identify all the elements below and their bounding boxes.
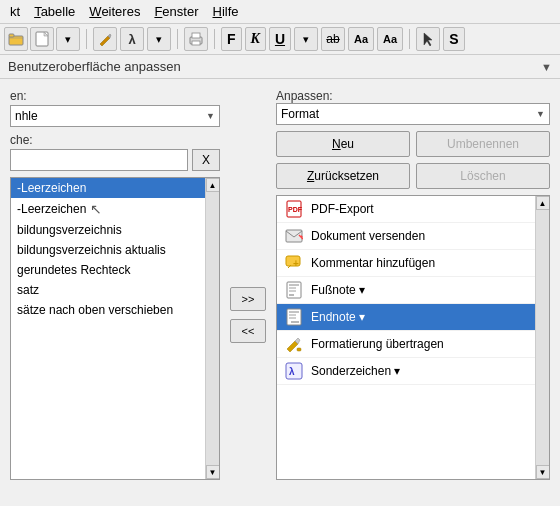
dialog-title: Benutzeroberfläche anpassen [8,59,181,74]
footnote-icon [285,281,303,299]
search-label: che: [10,133,220,147]
cursor-button[interactable] [416,27,440,51]
special-char-icon: λ [285,362,303,380]
open-folder-button[interactable] [4,27,28,51]
bold-button[interactable]: F [221,27,242,51]
s-button[interactable]: S [443,27,464,51]
underline-button[interactable]: U [269,27,291,51]
new-doc-button[interactable] [30,27,54,51]
separator-4 [409,29,410,49]
svg-rect-1 [9,34,14,37]
command-source-list: -Leerzeichen -Leerzeichen ↖ bildungsverz… [10,177,220,480]
transfer-buttons: >> << [230,89,266,480]
list-item[interactable]: -Leerzeichen [11,178,205,198]
comment-add-icon: + [285,254,303,272]
doc-send-label: Dokument versenden [311,229,527,243]
neu-button[interactable]: Neu [276,131,410,157]
endnote-icon [285,308,303,326]
menu-bar: kt Tabelle Weiteres Fenster Hilfe [0,0,560,24]
svg-rect-13 [297,348,301,351]
menu-fenster[interactable]: Fenster [148,2,204,21]
z-underline: Z [307,169,314,183]
toolbar: ▾ λ ▾ F K U ▾ ab Aa Aa S [0,24,560,55]
list-item[interactable]: sätze nach oben verschieben [11,300,205,320]
header-bar: Benutzeroberfläche anpassen ▼ [0,55,560,79]
menu-tabelle[interactable]: Tabelle [28,2,81,21]
svg-rect-5 [192,41,200,45]
right-panel: Anpassen: Format ▼ Neu Umbenennen Zurück… [276,89,550,480]
category-combo[interactable]: nhle ▼ [10,105,220,127]
italic-button[interactable]: K [245,27,266,51]
lambda-button[interactable]: λ [120,27,144,51]
button-row-1: Neu Umbenennen [276,131,550,157]
list-item[interactable]: satz [11,280,205,300]
list-item[interactable]: -Leerzeichen ↖ [11,198,205,220]
command-list-scrollbar[interactable]: ▲ ▼ [535,196,549,479]
cmd-endnote[interactable]: Endnote ▾ [277,304,535,331]
cmd-format-transfer[interactable]: Formatierung übertragen [277,331,535,358]
format-transfer-label: Formatierung übertragen [311,337,527,351]
menu-weiteres[interactable]: Weiteres [83,2,146,21]
cmd-footnote[interactable]: Fußnote ▾ [277,277,535,304]
clear-search-button[interactable]: X [192,149,220,171]
svg-text:PDF: PDF [288,206,302,213]
font-size-button[interactable]: Aa [348,27,374,51]
svg-rect-4 [192,33,200,38]
lambda-dropdown-button[interactable]: ▾ [147,27,171,51]
dropdown-arrow-button[interactable]: ▾ [56,27,80,51]
format-value: Format [281,107,319,121]
category-combo-arrow: ▼ [206,111,215,121]
format-combo[interactable]: Format ▼ [276,103,550,125]
search-section: che: X [10,133,220,171]
envelope-icon [285,227,303,245]
toolbar-file-group: ▾ [4,27,80,51]
cmd-scroll-up[interactable]: ▲ [536,196,550,210]
loeschen-button[interactable]: Löschen [416,163,550,189]
scroll-up-button[interactable]: ▲ [206,178,220,192]
cmd-doc-send[interactable]: Dokument versenden [277,223,535,250]
remove-from-toolbar-button[interactable]: << [230,319,266,343]
paint-brush-button[interactable] [93,27,117,51]
svg-text:λ: λ [289,366,295,377]
pdf-export-label: PDF-Export [311,202,527,216]
pdf-icon: PDF [285,200,303,218]
list-scrollbar[interactable]: ▲ ▼ [205,178,219,479]
format-combo-arrow: ▼ [536,109,545,119]
list-item[interactable]: gerundetes Rechteck [11,260,205,280]
command-list-inner: PDF PDF-Export Dokument versenden + [277,196,535,479]
anpassen-section: Anpassen: Format ▼ [276,89,550,125]
special-char-label: Sonderzeichen ▾ [311,364,527,378]
cmd-pdf-export[interactable]: PDF PDF-Export [277,196,535,223]
format-paint-icon [285,335,303,353]
separator-1 [86,29,87,49]
search-input[interactable] [10,149,188,171]
list-item[interactable]: bildungsverzeichnis aktualis [11,240,205,260]
menu-hilfe[interactable]: Hilfe [207,2,245,21]
add-to-toolbar-button[interactable]: >> [230,287,266,311]
category-section: en: nhle ▼ [10,89,220,127]
cmd-scroll-down[interactable]: ▼ [536,465,550,479]
footnote-label: Fußnote ▾ [311,283,527,297]
menu-kt[interactable]: kt [4,2,26,21]
umbenennen-button[interactable]: Umbenennen [416,131,550,157]
svg-rect-11 [287,282,301,298]
header-dropdown-icon[interactable]: ▼ [541,61,552,73]
list-item[interactable]: bildungsverzeichnis [11,220,205,240]
strikethrough-button[interactable]: ab [321,27,345,51]
scroll-down-button[interactable]: ▼ [206,465,220,479]
cmd-add-comment[interactable]: + Kommentar hinzufügen [277,250,535,277]
command-list: PDF PDF-Export Dokument versenden + [276,195,550,480]
print-button[interactable] [184,27,208,51]
left-panel: en: nhle ▼ che: X -Leerzeichen -Leerzeic… [10,89,220,480]
font-size2-button[interactable]: Aa [377,27,403,51]
add-comment-label: Kommentar hinzufügen [311,256,527,270]
cmd-special-char[interactable]: λ Sonderzeichen ▾ [277,358,535,385]
zuruecksetzen-button[interactable]: Zurücksetzen [276,163,410,189]
cmd-scroll-track [536,210,549,465]
search-row: X [10,149,220,171]
endnote-label: Endnote ▾ [311,310,527,324]
category-value: nhle [15,109,38,123]
underline-dropdown-button[interactable]: ▾ [294,27,318,51]
separator-2 [177,29,178,49]
button-row-2: Zurücksetzen Löschen [276,163,550,189]
